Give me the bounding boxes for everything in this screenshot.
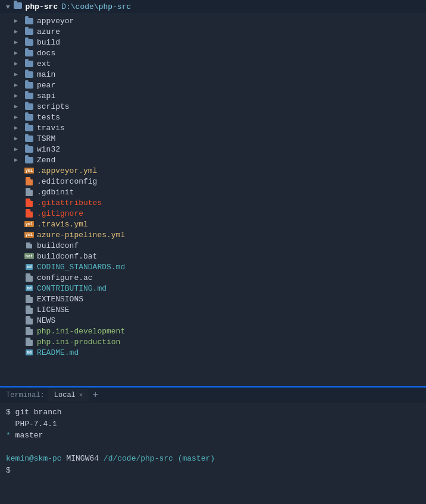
folder-build[interactable]: ▶ build (0, 37, 426, 48)
folder-arrow-icon: ▶ (14, 124, 24, 131)
md-file-icon: md (24, 262, 35, 272)
file-php-ini-production[interactable]: php.ini-production (0, 336, 426, 347)
file-travis-yml[interactable]: yml .travis.yml (0, 219, 426, 229)
folder-arrow-icon: ▶ (14, 39, 24, 46)
folder-icon (24, 59, 35, 68)
file-news[interactable]: NEWS (0, 315, 426, 326)
collapse-arrow-icon[interactable]: ▼ (6, 4, 10, 11)
terminal-line-prompt-info: kemin@skm-pc MINGW64 /d/code/php-src (ma… (6, 453, 420, 465)
folder-icon (24, 48, 35, 58)
terminal-line-blank (6, 442, 420, 453)
folder-arrow-icon: ▶ (14, 49, 24, 56)
folder-icon (24, 16, 35, 26)
folder-arrow-icon: ▶ (14, 81, 24, 89)
svg-marker-1 (30, 242, 32, 244)
folder-win32[interactable]: ▶ win32 (0, 144, 426, 155)
folder-docs[interactable]: ▶ docs (0, 48, 426, 58)
file-license[interactable]: LICENSE (0, 304, 426, 315)
terminal-body: $ git branch PHP-7.4.1 * master kemin@sk… (0, 403, 426, 504)
file-icon (24, 187, 35, 197)
yml-file-icon: yml (24, 230, 35, 240)
title-bar: ▼ php-src D:\code\php-src (0, 0, 426, 14)
yml-file-icon: yml (24, 166, 35, 175)
folder-ext[interactable]: ▶ ext (0, 58, 426, 69)
file-icon (24, 337, 35, 346)
folder-icon (24, 112, 35, 122)
md-file-icon: md (24, 348, 35, 357)
project-path: D:\code\php-src (61, 2, 131, 11)
git-file-icon (24, 198, 35, 207)
folder-icon (24, 123, 35, 133)
tab-close-button[interactable]: × (79, 392, 83, 399)
file-azure-pipelines-yml[interactable]: yml azure-pipelines.yml (0, 229, 426, 240)
folder-zend[interactable]: ▶ Zend (0, 155, 426, 165)
folder-arrow-icon: ▶ (14, 60, 24, 67)
file-editorconfig[interactable]: .editorconfig (0, 176, 426, 187)
folder-travis[interactable]: ▶ travis (0, 122, 426, 133)
folder-arrow-icon: ▶ (14, 114, 24, 121)
md-file-icon: md (24, 284, 35, 293)
file-tree: ▶ appveyor ▶ azure ▶ build ▶ docs ▶ ext … (0, 14, 426, 386)
folder-main[interactable]: ▶ main (0, 69, 426, 80)
folder-arrow-icon: ▶ (14, 156, 24, 163)
file-configure-ac[interactable]: configure.ac (0, 272, 426, 283)
file-buildconf[interactable]: buildconf (0, 240, 426, 251)
config-file-icon (24, 177, 35, 186)
folder-icon (24, 80, 35, 90)
git-file-icon (24, 209, 35, 218)
tab-add-button[interactable]: + (89, 390, 102, 401)
terminal-tabs: Terminal: Local × + (0, 386, 426, 403)
folder-arrow-icon: ▶ (14, 92, 24, 99)
file-buildconf-bat[interactable]: bat buildconf.bat (0, 251, 426, 262)
file-coding-standards-md[interactable]: md CODING_STANDARDS.md (0, 262, 426, 272)
tab-local[interactable]: Local × (48, 389, 89, 402)
file-contributing-md[interactable]: md CONTRIBUTING.md (0, 283, 426, 294)
file-icon (24, 241, 35, 250)
folder-arrow-icon: ▶ (14, 17, 24, 24)
project-name: php-src (26, 2, 58, 11)
folder-appveyor[interactable]: ▶ appveyor (0, 15, 426, 26)
folder-icon (24, 91, 35, 100)
folder-arrow-icon: ▶ (14, 28, 24, 35)
folder-arrow-icon: ▶ (14, 146, 24, 153)
folder-arrow-icon: ▶ (14, 103, 24, 110)
yml-file-icon: yml (24, 219, 35, 229)
file-gitignore[interactable]: .gitignore (0, 208, 426, 219)
terminal-line-2: PHP-7.4.1 (6, 418, 420, 430)
folder-icon (24, 37, 35, 47)
terminal-line-prompt-empty: $ (6, 465, 420, 477)
folder-arrow-icon: ▶ (14, 71, 24, 78)
folder-scripts[interactable]: ▶ scripts (0, 101, 426, 112)
file-icon (24, 305, 35, 314)
folder-icon (24, 144, 35, 154)
file-appveyor-yml[interactable]: yml .appveyor.yml (0, 165, 426, 176)
bat-file-icon: bat (24, 251, 35, 261)
folder-pear[interactable]: ▶ pear (0, 80, 426, 90)
folder-icon (24, 27, 35, 36)
folder-tsrm[interactable]: ▶ TSRM (0, 133, 426, 144)
folder-icon (24, 155, 35, 165)
file-php-ini-development[interactable]: php.ini-development (0, 326, 426, 336)
folder-icon (24, 102, 35, 111)
file-readme-md[interactable]: md README.md (0, 347, 426, 358)
file-gitattributes[interactable]: .gitattributes (0, 197, 426, 208)
folder-icon (24, 134, 35, 143)
terminal-line-1: $ git branch (6, 407, 420, 418)
folder-arrow-icon: ▶ (14, 135, 24, 142)
folder-azure[interactable]: ▶ azure (0, 26, 426, 37)
file-icon (24, 316, 35, 325)
file-extensions[interactable]: EXTENSIONS (0, 294, 426, 304)
folder-tests[interactable]: ▶ tests (0, 112, 426, 122)
tab-local-label: Local (54, 391, 76, 399)
project-folder-icon (14, 2, 22, 11)
file-icon (24, 273, 35, 282)
file-gdbinit[interactable]: .gdbinit (0, 187, 426, 197)
folder-sapi[interactable]: ▶ sapi (0, 90, 426, 101)
terminal-line-3: * master (6, 430, 420, 442)
file-icon (24, 326, 35, 336)
terminal-label: Terminal: (2, 389, 48, 402)
file-icon (24, 294, 35, 304)
folder-icon (24, 70, 35, 79)
